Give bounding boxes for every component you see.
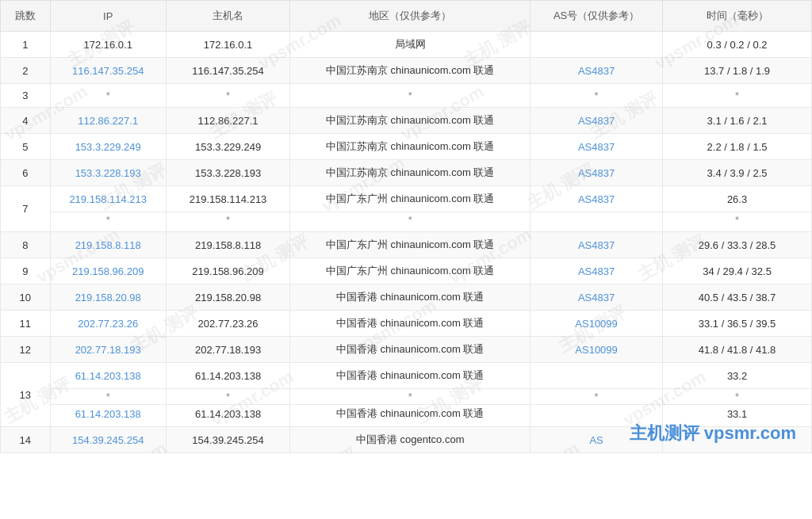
cell-region: 中国香港 chinaunicom.com 联通 [290, 337, 530, 363]
cell-hostname: 61.14.203.138 [166, 405, 290, 427]
table-row: 10219.158.20.98219.158.20.98中国香港 chinaun… [1, 284, 812, 311]
cell-region: 中国广东广州 chinaunicom.com 联通 [290, 232, 530, 258]
cell-as[interactable]: AS4837 [530, 186, 663, 212]
cell-as [530, 363, 663, 389]
cell-hop: 14 [1, 427, 51, 453]
cell-ip: 172.16.0.1 [50, 32, 166, 58]
cell-as[interactable]: AS4837 [530, 108, 663, 134]
cell-ip: * [50, 212, 166, 232]
cell-as[interactable]: AS [530, 427, 663, 453]
cell-region: 中国香港 chinaunicom.com 联通 [290, 284, 530, 311]
cell-ip[interactable]: 202.77.18.193 [50, 337, 166, 363]
cell-as: * [530, 84, 663, 108]
table-header-row: 跳数 IP 主机名 地区（仅供参考） AS号（仅供参考） 时间（毫秒） [1, 1, 812, 32]
cell-ip[interactable]: 219.158.114.213 [50, 186, 166, 212]
cell-time: 33.2 [663, 363, 812, 389]
cell-ip: * [50, 389, 166, 405]
cell-hostname: * [166, 84, 290, 108]
cell-time: 33.1 [663, 405, 812, 427]
cell-as[interactable]: AS4837 [530, 58, 663, 84]
table-row: 6153.3.228.193153.3.228.193中国江苏南京 chinau… [1, 160, 812, 186]
cell-as[interactable]: AS4837 [530, 284, 663, 311]
table-row: 61.14.203.13861.14.203.138中国香港 chinaunic… [1, 405, 812, 427]
cell-region: 局域网 [290, 32, 530, 58]
cell-region: 中国江苏南京 chinaunicom.com 联通 [290, 134, 530, 160]
cell-ip: * [50, 84, 166, 108]
cell-region: * [290, 212, 530, 232]
header-time: 时间（毫秒） [663, 1, 812, 32]
cell-as[interactable]: AS10099 [530, 337, 663, 363]
cell-hop: 11 [1, 311, 51, 337]
cell-hostname: 153.3.228.193 [166, 160, 290, 186]
cell-ip[interactable]: 61.14.203.138 [50, 363, 166, 389]
cell-ip[interactable]: 219.158.96.209 [50, 258, 166, 284]
cell-hop: 9 [1, 258, 51, 284]
cell-as[interactable]: AS4837 [530, 160, 663, 186]
cell-ip[interactable]: 202.77.23.26 [50, 311, 166, 337]
cell-region: 中国江苏南京 chinaunicom.com 联通 [290, 108, 530, 134]
cell-hop: 13 [1, 363, 51, 427]
cell-time: 33.1 / 36.5 / 39.5 [663, 311, 812, 337]
cell-ip[interactable]: 219.158.8.118 [50, 232, 166, 258]
cell-hop: 3 [1, 84, 51, 108]
table-row: 8219.158.8.118219.158.8.118中国广东广州 chinau… [1, 232, 812, 258]
cell-hop: 7 [1, 186, 51, 232]
cell-time: 3.1 / 1.6 / 2.1 [663, 108, 812, 134]
cell-time: 2.2 / 1.8 / 1.5 [663, 134, 812, 160]
cell-region: 中国江苏南京 chinaunicom.com 联通 [290, 160, 530, 186]
cell-hostname: 172.16.0.1 [166, 32, 290, 58]
cell-hop: 8 [1, 232, 51, 258]
cell-hop: 6 [1, 160, 51, 186]
cell-hostname: 219.158.96.209 [166, 258, 290, 284]
cell-hostname: * [166, 212, 290, 232]
cell-ip[interactable]: 112.86.227.1 [50, 108, 166, 134]
cell-as[interactable]: AS4837 [530, 134, 663, 160]
table-row: 4112.86.227.1112.86.227.1中国江苏南京 chinauni… [1, 108, 812, 134]
cell-time: 41.8 / 41.8 / 41.8 [663, 337, 812, 363]
cell-ip[interactable]: 219.158.20.98 [50, 284, 166, 311]
cell-region: 中国香港 cogentco.com [290, 427, 530, 453]
cell-region: 中国香港 chinaunicom.com 联通 [290, 363, 530, 389]
cell-as[interactable]: AS4837 [530, 258, 663, 284]
cell-time: 13.7 / 1.8 / 1.9 [663, 58, 812, 84]
cell-time: * [663, 84, 812, 108]
header-hostname: 主机名 [166, 1, 290, 32]
cell-hostname: 112.86.227.1 [166, 108, 290, 134]
cell-hostname: * [166, 389, 290, 405]
cell-hostname: 116.147.35.254 [166, 58, 290, 84]
traceroute-table: 跳数 IP 主机名 地区（仅供参考） AS号（仅供参考） 时间（毫秒） 1172… [0, 0, 812, 453]
cell-as[interactable]: AS4837 [530, 232, 663, 258]
cell-hop: 12 [1, 337, 51, 363]
table-row: 2116.147.35.254116.147.35.254中国江苏南京 chin… [1, 58, 812, 84]
table-row: 3***** [1, 84, 812, 108]
cell-region: * [290, 84, 530, 108]
cell-time: * [663, 389, 812, 405]
cell-as [530, 32, 663, 58]
cell-hostname: 219.158.8.118 [166, 232, 290, 258]
cell-hostname: 202.77.18.193 [166, 337, 290, 363]
table-row: 1172.16.0.1172.16.0.1局域网0.3 / 0.2 / 0.2 [1, 32, 812, 58]
table-row: 14154.39.245.254154.39.245.254中国香港 cogen… [1, 427, 812, 453]
cell-hop: 10 [1, 284, 51, 311]
table-row: **** [1, 212, 812, 232]
cell-time: 34 / 29.4 / 32.5 [663, 258, 812, 284]
cell-hostname: 153.3.229.249 [166, 134, 290, 160]
cell-time: 0.3 / 0.2 / 0.2 [663, 32, 812, 58]
cell-region: 中国广东广州 chinaunicom.com 联通 [290, 258, 530, 284]
cell-as: * [530, 389, 663, 405]
header-region: 地区（仅供参考） [290, 1, 530, 32]
cell-time [663, 427, 812, 453]
cell-time: 3.4 / 3.9 / 2.5 [663, 160, 812, 186]
cell-hostname: 219.158.114.213 [166, 186, 290, 212]
table-row: 9219.158.96.209219.158.96.209中国广东广州 chin… [1, 258, 812, 284]
cell-ip[interactable]: 61.14.203.138 [50, 405, 166, 427]
cell-ip[interactable]: 153.3.229.249 [50, 134, 166, 160]
cell-region: 中国香港 chinaunicom.com 联通 [290, 405, 530, 427]
cell-as[interactable]: AS10099 [530, 311, 663, 337]
header-as: AS号（仅供参考） [530, 1, 663, 32]
cell-ip[interactable]: 154.39.245.254 [50, 427, 166, 453]
cell-ip[interactable]: 153.3.228.193 [50, 160, 166, 186]
header-ip: IP [50, 1, 166, 32]
cell-ip[interactable]: 116.147.35.254 [50, 58, 166, 84]
cell-hop: 1 [1, 32, 51, 58]
